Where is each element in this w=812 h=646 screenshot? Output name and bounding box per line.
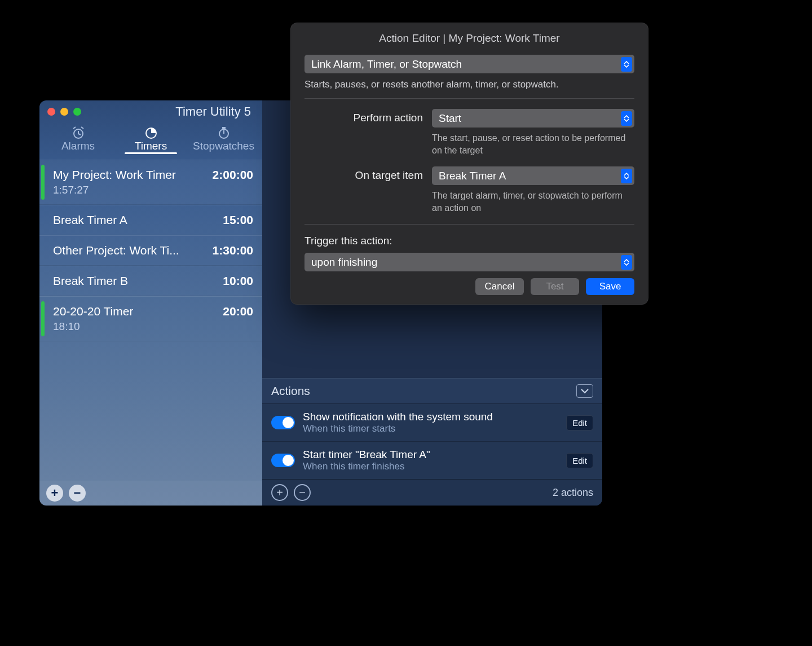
sidebar-footer: + − bbox=[39, 481, 262, 506]
stopwatch-icon bbox=[217, 126, 231, 139]
actions-title: Actions bbox=[271, 384, 310, 398]
sidebar: Timer Utility 5 Alarms Timers bbox=[39, 100, 262, 506]
close-window-button[interactable] bbox=[47, 108, 55, 116]
action-item: Show notification with the system sound … bbox=[262, 403, 602, 441]
tab-timers[interactable]: Timers bbox=[114, 126, 187, 160]
timer-name: Break Timer B bbox=[53, 274, 128, 288]
timer-row[interactable]: Break Timer A 15:00 bbox=[39, 205, 262, 235]
minimize-window-button[interactable] bbox=[60, 108, 68, 116]
detail-footer: + − 2 actions bbox=[262, 479, 602, 506]
cancel-button[interactable]: Cancel bbox=[475, 278, 524, 295]
action-item: Start timer "Break Timer A" When this ti… bbox=[262, 441, 602, 479]
trigger-value: upon finishing bbox=[311, 256, 377, 269]
action-type-description: Starts, pauses, or resets another alarm,… bbox=[304, 79, 634, 90]
timer-duration: 20:00 bbox=[223, 305, 253, 318]
add-action-button[interactable]: + bbox=[271, 484, 288, 501]
action-type-select[interactable]: Link Alarm, Timer, or Stopwatch bbox=[304, 55, 634, 73]
perform-action-description: The start, pause, or reset action to be … bbox=[432, 132, 634, 156]
traffic-lights bbox=[47, 108, 81, 116]
perform-action-label: Perform action bbox=[304, 109, 423, 124]
action-title: Start timer "Break Timer A" bbox=[303, 449, 558, 461]
actions-header: Actions bbox=[262, 378, 602, 403]
add-timer-button[interactable]: + bbox=[46, 485, 63, 502]
test-button[interactable]: Test bbox=[531, 278, 579, 295]
timer-name: Break Timer A bbox=[53, 213, 127, 227]
trigger-select[interactable]: upon finishing bbox=[304, 253, 634, 271]
timer-row[interactable]: Other Project: Work Ti... 1:30:00 bbox=[39, 235, 262, 266]
edit-action-button[interactable]: Edit bbox=[566, 415, 593, 430]
stepper-arrows-icon bbox=[621, 169, 632, 183]
timer-duration: 1:30:00 bbox=[213, 244, 253, 257]
timer-name: My Project: Work Timer bbox=[53, 168, 176, 182]
stepper-arrows-icon bbox=[621, 111, 632, 126]
perform-action-value: Start bbox=[439, 112, 461, 125]
dialog-button-row: Cancel Test Save bbox=[291, 271, 648, 295]
action-subtitle: When this timer starts bbox=[303, 423, 558, 434]
actions-section: Actions Show notification with the syste… bbox=[262, 378, 602, 479]
timer-row[interactable]: Break Timer B 10:00 bbox=[39, 266, 262, 296]
action-count-label: 2 actions bbox=[553, 487, 593, 499]
timer-list: My Project: Work Timer 2:00:00 1:57:27 B… bbox=[39, 160, 262, 481]
timer-row[interactable]: 20-20-20 Timer 20:00 18:10 bbox=[39, 296, 262, 341]
timer-remaining: 18:10 bbox=[53, 320, 253, 333]
save-button[interactable]: Save bbox=[586, 278, 634, 295]
svg-rect-7 bbox=[222, 127, 226, 129]
timer-name: Other Project: Work Ti... bbox=[53, 244, 179, 257]
tab-bar: Alarms Timers Stopwatches bbox=[39, 123, 262, 160]
timer-duration: 2:00:00 bbox=[213, 168, 253, 182]
trigger-label: Trigger this action: bbox=[304, 235, 634, 247]
action-toggle[interactable] bbox=[271, 454, 295, 467]
action-type-value: Link Alarm, Timer, or Stopwatch bbox=[311, 58, 462, 71]
remove-action-button[interactable]: − bbox=[294, 484, 311, 501]
tab-stopwatches[interactable]: Stopwatches bbox=[187, 126, 260, 160]
remove-timer-button[interactable]: − bbox=[69, 485, 86, 502]
stepper-arrows-icon bbox=[621, 57, 632, 72]
chevron-down-icon bbox=[581, 388, 589, 394]
timer-remaining: 1:57:27 bbox=[53, 184, 253, 196]
tab-alarms[interactable]: Alarms bbox=[42, 126, 114, 160]
timer-duration: 15:00 bbox=[223, 213, 253, 227]
alarm-clock-icon bbox=[71, 126, 86, 139]
collapse-actions-button[interactable] bbox=[576, 384, 593, 398]
svg-line-4 bbox=[81, 127, 83, 129]
zoom-window-button[interactable] bbox=[73, 108, 81, 116]
target-item-description: The target alarm, timer, or stopwatch to… bbox=[432, 190, 634, 214]
window-titlebar: Timer Utility 5 bbox=[39, 100, 262, 123]
stepper-arrows-icon bbox=[621, 255, 632, 270]
action-title: Show notification with the system sound bbox=[303, 411, 558, 423]
timer-row[interactable]: My Project: Work Timer 2:00:00 1:57:27 bbox=[39, 160, 262, 205]
app-title: Timer Utility 5 bbox=[86, 104, 254, 119]
timer-name: 20-20-20 Timer bbox=[53, 305, 133, 318]
target-item-select[interactable]: Break Timer A bbox=[432, 166, 634, 185]
svg-line-3 bbox=[73, 127, 76, 129]
action-subtitle: When this timer finishes bbox=[303, 461, 558, 472]
action-editor-dialog: Action Editor | My Project: Work Timer L… bbox=[290, 23, 648, 305]
perform-action-select[interactable]: Start bbox=[432, 109, 634, 128]
target-item-value: Break Timer A bbox=[439, 170, 506, 182]
timer-duration: 10:00 bbox=[223, 274, 253, 288]
dialog-title: Action Editor | My Project: Work Timer bbox=[291, 23, 648, 55]
action-toggle[interactable] bbox=[271, 416, 295, 429]
timer-icon bbox=[144, 126, 158, 139]
target-item-label: On target item bbox=[304, 166, 423, 182]
edit-action-button[interactable]: Edit bbox=[566, 453, 593, 468]
svg-line-2 bbox=[78, 134, 81, 135]
